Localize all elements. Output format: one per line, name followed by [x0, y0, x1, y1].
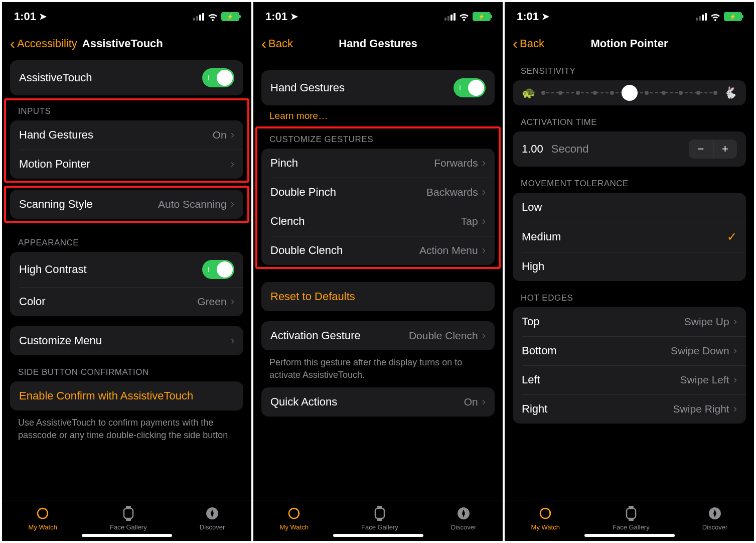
rabbit-icon: 🐇 — [723, 86, 737, 99]
battery-icon: ⚡ — [473, 12, 491, 21]
tab-label: Face Gallery — [613, 523, 650, 531]
sensitivity-slider[interactable]: 🐢 🐇 — [513, 80, 746, 105]
learn-more-link[interactable]: Learn more… — [261, 105, 495, 123]
back-button[interactable]: Back — [520, 37, 544, 50]
stepper-minus-button[interactable]: − — [689, 140, 713, 159]
row-label: Enable Confirm with AssistiveTouch — [19, 389, 193, 402]
toggle-on-icon[interactable] — [202, 68, 234, 87]
high-contrast-row[interactable]: High Contrast — [10, 252, 243, 287]
hand-gestures-toggle-row[interactable]: Hand Gestures — [261, 70, 495, 105]
row-label: Reset to Defaults — [270, 290, 355, 303]
hot-edge-right-row[interactable]: RightSwipe Right› — [513, 394, 746, 424]
tab-my-watch[interactable]: My Watch — [29, 505, 57, 531]
chevron-right-icon: › — [482, 157, 486, 170]
clench-row[interactable]: ClenchTap› — [261, 207, 495, 236]
svg-rect-8 — [375, 508, 384, 518]
row-value: On — [213, 129, 227, 141]
row-value: Auto Scanning — [158, 198, 227, 210]
tab-face-gallery[interactable]: Face Gallery — [613, 505, 650, 531]
row-label: Top — [522, 315, 539, 328]
row-label: Double Pinch — [270, 186, 336, 199]
tab-label: My Watch — [280, 523, 309, 531]
signal-icon — [193, 13, 204, 21]
scanning-style-row[interactable]: Scanning Style Auto Scanning› — [10, 190, 243, 219]
hand-gestures-row[interactable]: Hand Gestures On› — [10, 120, 243, 150]
reset-to-defaults-button[interactable]: Reset to Defaults — [261, 282, 495, 311]
wifi-icon — [710, 12, 721, 21]
home-indicator[interactable] — [333, 534, 423, 537]
compass-icon — [707, 505, 723, 521]
chevron-right-icon: › — [733, 344, 737, 357]
row-value: Swipe Up — [684, 316, 729, 328]
chevron-right-icon: › — [733, 315, 737, 328]
double-clench-row[interactable]: Double ClenchAction Menu› — [261, 236, 495, 265]
tab-discover[interactable]: Discover — [451, 505, 477, 531]
row-label: Right — [522, 402, 547, 416]
quick-actions-row[interactable]: Quick Actions On› — [261, 387, 495, 417]
nav-bar: ‹ Back Hand Gestures — [253, 27, 503, 60]
row-value: Action Menu — [419, 244, 478, 256]
customize-menu-row[interactable]: Customize Menu › — [10, 326, 243, 355]
wifi-icon — [207, 12, 218, 21]
svg-point-6 — [289, 508, 299, 518]
tab-label: My Watch — [29, 523, 57, 531]
back-button[interactable]: Accessibility — [17, 37, 77, 50]
double-pinch-row[interactable]: Double PinchBackwards› — [261, 178, 495, 207]
activation-gesture-row[interactable]: Activation Gesture Double Clench› — [261, 321, 495, 350]
row-value: Backwards — [426, 186, 478, 198]
time-value: 1.00 — [522, 143, 543, 155]
tab-discover[interactable]: Discover — [702, 505, 728, 531]
tab-label: Discover — [702, 523, 728, 531]
back-chevron-icon[interactable]: ‹ — [261, 36, 266, 51]
slider-knob[interactable] — [622, 85, 638, 101]
section-header-activation-time: ACTIVATION TIME — [513, 105, 746, 131]
svg-point-0 — [38, 508, 48, 518]
hot-edge-top-row[interactable]: TopSwipe Up› — [513, 307, 746, 336]
toggle-on-icon[interactable] — [453, 78, 486, 97]
location-icon: ➤ — [542, 11, 549, 22]
section-header-sensitivity: SENSITIVITY — [513, 60, 746, 80]
color-row[interactable]: Color Green› — [10, 287, 243, 316]
back-chevron-icon[interactable]: ‹ — [10, 36, 15, 51]
tab-label: Face Gallery — [110, 523, 147, 531]
chevron-right-icon: › — [482, 395, 486, 409]
pinch-row[interactable]: PinchForwards› — [261, 149, 495, 178]
slider-track[interactable] — [541, 92, 717, 94]
svg-rect-16 — [629, 519, 634, 521]
footer-text: Use AssistiveTouch to confirm payments w… — [10, 411, 243, 448]
back-chevron-icon[interactable]: ‹ — [513, 36, 518, 51]
status-time: 1:01 — [14, 10, 36, 23]
tolerance-low-row[interactable]: Low — [513, 193, 746, 222]
checkmark-icon: ✓ — [727, 230, 737, 244]
svg-rect-2 — [124, 508, 133, 518]
svg-rect-15 — [629, 506, 634, 508]
row-label: Clench — [270, 215, 305, 228]
tab-label: Discover — [451, 523, 477, 531]
face-gallery-icon — [372, 505, 388, 521]
tab-label: My Watch — [531, 523, 560, 531]
section-header-hot-edges: HOT EDGES — [513, 281, 746, 307]
home-indicator[interactable] — [82, 534, 172, 537]
stepper-plus-button[interactable]: + — [713, 140, 737, 159]
home-indicator[interactable] — [584, 534, 675, 537]
enable-confirm-row[interactable]: Enable Confirm with AssistiveTouch — [10, 381, 243, 411]
back-button[interactable]: Back — [268, 37, 293, 50]
tolerance-high-row[interactable]: High — [513, 252, 746, 281]
tab-my-watch[interactable]: My Watch — [531, 505, 560, 531]
hot-edge-left-row[interactable]: LeftSwipe Left› — [513, 365, 746, 394]
chevron-right-icon: › — [231, 158, 234, 171]
tab-face-gallery[interactable]: Face Gallery — [110, 505, 147, 531]
assistivetouch-toggle-row[interactable]: AssistiveTouch — [10, 60, 243, 95]
motion-pointer-row[interactable]: Motion Pointer › — [10, 150, 243, 179]
tab-discover[interactable]: Discover — [200, 505, 225, 531]
chevron-right-icon: › — [231, 128, 234, 142]
row-value: Forwards — [434, 157, 478, 169]
tab-my-watch[interactable]: My Watch — [280, 505, 309, 531]
page-title: AssistiveTouch — [82, 37, 163, 50]
hot-edge-bottom-row[interactable]: BottomSwipe Down› — [513, 336, 746, 365]
toggle-on-icon[interactable] — [202, 260, 234, 279]
tolerance-medium-row[interactable]: Medium✓ — [513, 222, 746, 252]
tab-face-gallery[interactable]: Face Gallery — [361, 505, 398, 531]
face-gallery-icon — [120, 505, 136, 521]
row-label: Pinch — [270, 157, 298, 170]
